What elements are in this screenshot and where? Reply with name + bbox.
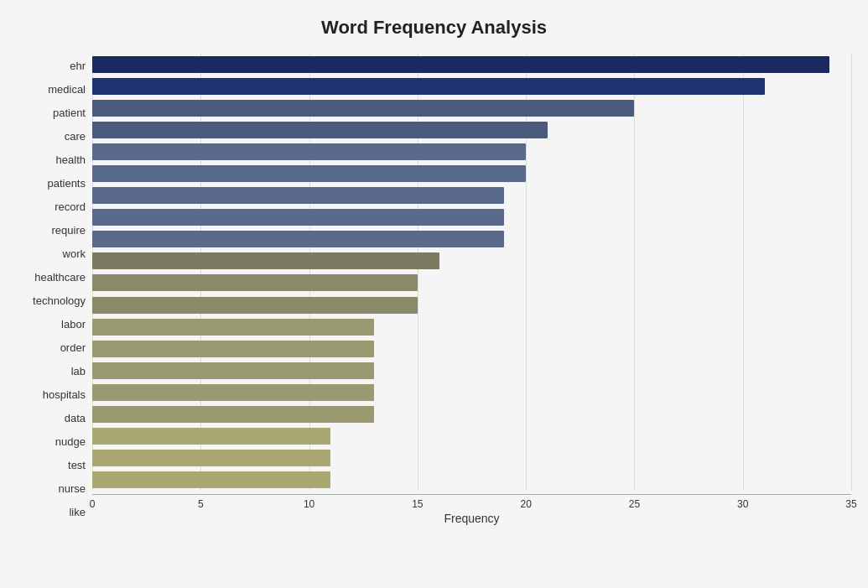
x-tick-15: 15 — [412, 498, 423, 510]
x-tick-10: 10 — [304, 498, 314, 510]
bar-nudge — [92, 406, 374, 423]
bar-work — [92, 231, 504, 247]
y-label-nudge: nudge — [55, 431, 86, 453]
bars-inner — [92, 54, 851, 491]
bar-record — [92, 187, 504, 204]
y-label-test: test — [68, 455, 86, 476]
bar-hospitals — [92, 362, 374, 379]
y-label-nurse: nurse — [58, 478, 86, 500]
bars-area — [92, 54, 851, 491]
bar-row-patients — [92, 164, 851, 184]
bar-row-work — [92, 229, 851, 249]
y-label-order: order — [60, 337, 86, 359]
bar-row-medical — [92, 76, 851, 96]
bar-labor — [92, 297, 418, 314]
bar-row-nudge — [92, 404, 851, 424]
bar-row-ehr — [92, 55, 851, 75]
chart-title: Word Frequency Analysis — [17, 17, 851, 39]
x-axis-title: Frequency — [92, 512, 851, 525]
bar-data — [92, 384, 374, 401]
x-tick-20: 20 — [520, 498, 531, 510]
bar-health — [92, 143, 526, 160]
chart-area: ehrmedicalpatientcarehealthpatientsrecor… — [17, 54, 851, 524]
y-label-data: data — [65, 408, 86, 429]
y-label-record: record — [55, 195, 86, 217]
bar-order — [92, 319, 374, 336]
grid-line — [851, 54, 852, 491]
bar-row-patient — [92, 98, 851, 118]
bar-ehr — [92, 56, 829, 73]
bar-row-test — [92, 426, 851, 446]
bar-row-health — [92, 142, 851, 162]
bar-like — [92, 471, 330, 488]
bar-row-lab — [92, 339, 851, 359]
y-label-patient: patient — [53, 101, 86, 123]
y-label-patients: patients — [47, 172, 86, 194]
bar-row-labor — [92, 295, 851, 315]
bar-row-like — [92, 470, 851, 490]
x-tick-5: 5 — [198, 498, 204, 510]
bar-row-require — [92, 207, 851, 227]
bar-require — [92, 209, 504, 226]
y-label-care: care — [65, 125, 86, 147]
bar-test — [92, 428, 330, 445]
bar-row-order — [92, 317, 851, 337]
bar-row-nurse — [92, 448, 851, 468]
y-axis-labels: ehrmedicalpatientcarehealthpatientsrecor… — [17, 54, 92, 524]
x-tick-35: 35 — [845, 498, 856, 510]
bar-nurse — [92, 450, 330, 466]
bar-lab — [92, 341, 374, 357]
y-label-work: work — [63, 242, 86, 264]
y-label-ehr: ehr — [70, 55, 86, 76]
bar-patient — [92, 100, 634, 117]
y-label-technology: technology — [33, 289, 86, 311]
y-label-require: require — [52, 219, 86, 241]
bar-patients — [92, 165, 526, 182]
chart-container: Word Frequency Analysis ehrmedicalpatien… — [0, 0, 868, 588]
bar-row-care — [92, 120, 851, 140]
bar-medical — [92, 78, 765, 95]
y-label-like: like — [69, 502, 86, 523]
bar-row-record — [92, 185, 851, 206]
x-tick-0: 0 — [90, 498, 96, 510]
x-tick-30: 30 — [737, 498, 748, 510]
bar-row-data — [92, 382, 851, 403]
bar-row-healthcare — [92, 251, 851, 271]
y-label-labor: labor — [61, 314, 86, 336]
y-label-medical: medical — [48, 78, 86, 100]
bar-technology — [92, 274, 418, 291]
y-label-health: health — [56, 148, 86, 170]
y-label-healthcare: healthcare — [34, 266, 86, 288]
bar-row-technology — [92, 273, 851, 293]
bar-healthcare — [92, 252, 439, 269]
bar-care — [92, 122, 548, 138]
x-axis: 05101520253035 Frequency — [92, 494, 851, 524]
bars-and-xaxis: 05101520253035 Frequency — [92, 54, 851, 524]
y-label-hospitals: hospitals — [43, 384, 86, 406]
y-label-lab: lab — [71, 361, 86, 382]
x-tick-25: 25 — [629, 498, 640, 510]
bar-row-hospitals — [92, 361, 851, 381]
